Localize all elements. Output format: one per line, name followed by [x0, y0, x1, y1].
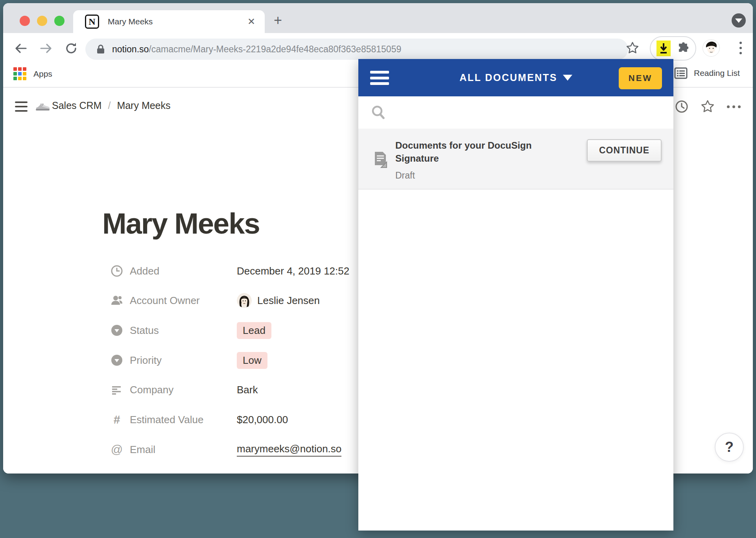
notion-favicon: N [85, 15, 99, 29]
maximize-window-button[interactable] [54, 16, 65, 26]
property-value: Bark [237, 384, 258, 396]
apps-label: Apps [33, 69, 52, 79]
search-input[interactable] [358, 96, 673, 129]
reload-icon[interactable] [65, 42, 78, 55]
property-label: Status [130, 324, 237, 337]
person-avatar [237, 293, 252, 308]
continue-button[interactable]: CONTINUE [587, 139, 662, 162]
property-row-added[interactable]: Added December 4, 2019 12:52 [110, 261, 349, 281]
document-status: Draft [395, 170, 564, 181]
tab-title: Mary Meeks [108, 17, 247, 26]
property-row-priority[interactable]: Priority Low [110, 350, 267, 370]
property-label: Email [130, 444, 237, 456]
select-icon [110, 354, 124, 367]
favorite-star-icon[interactable] [700, 99, 715, 114]
breadcrumb: Sales CRM / Mary Meeks [52, 100, 171, 111]
puzzle-extensions-icon[interactable] [677, 42, 690, 55]
reading-list-label: Reading List [694, 68, 740, 78]
back-icon[interactable] [14, 42, 28, 55]
url-text: notion.so/camacme/Mary-Meeks-2219a2de94f… [112, 44, 401, 55]
document-title: Documents for your DocuSign Signature [395, 139, 564, 165]
updates-clock-icon[interactable] [674, 99, 689, 114]
desktop: { "browser": { "tab_title": "Mary Meeks"… [0, 0, 756, 538]
document-list-item[interactable]: Documents for your DocuSign Signature Dr… [358, 129, 673, 190]
property-value: $20,000.00 [237, 414, 288, 426]
property-row-company[interactable]: Company Bark [110, 380, 258, 400]
extensions-pill [650, 36, 696, 61]
caret-down-icon [563, 75, 572, 81]
property-row-estimated-value[interactable]: # Estimated Value $20,000.00 [110, 410, 288, 429]
page-more-icon[interactable] [727, 105, 741, 108]
person-name: Leslie Jensen [257, 295, 320, 307]
sidebar-toggle-icon[interactable] [15, 101, 28, 112]
profile-avatar-image [703, 40, 719, 56]
tab-search-button[interactable] [732, 13, 746, 28]
new-tab-button[interactable]: + [274, 13, 282, 28]
url-path: /camacme/Mary-Meeks-2219a2de94fe48eca80f… [149, 44, 401, 54]
forward-icon[interactable] [39, 42, 53, 55]
help-button[interactable]: ? [715, 433, 744, 462]
bookmark-star-icon[interactable] [625, 41, 640, 55]
priority-tag: Low [237, 352, 267, 369]
profile-avatar[interactable] [703, 39, 720, 57]
tab-close-icon[interactable]: ✕ [247, 16, 255, 27]
property-row-account-owner[interactable]: Account Owner Leslie Jensen [110, 291, 320, 310]
property-row-email[interactable]: @ Email marymeeks@notion.so [110, 440, 341, 459]
reading-list-button[interactable]: Reading List [674, 67, 740, 79]
search-icon [371, 105, 386, 121]
docusign-popup: ALL DOCUMENTS NEW Documents for your Doc… [358, 59, 673, 531]
chevron-down-icon [735, 18, 742, 23]
page-title: Mary Meeks [102, 207, 260, 240]
at-email-icon: @ [110, 443, 124, 456]
browser-menu-icon[interactable] [739, 42, 742, 54]
docusign-header: ALL DOCUMENTS NEW [358, 59, 673, 96]
property-row-status[interactable]: Status Lead [110, 321, 271, 340]
property-label: Added [130, 265, 237, 277]
property-label: Account Owner [130, 295, 237, 307]
text-icon [110, 383, 124, 396]
clock-icon [110, 264, 124, 278]
property-label: Estimated Value [130, 414, 237, 426]
lock-icon [96, 44, 105, 54]
bookmark-apps[interactable]: Apps [13, 67, 52, 80]
person-icon [110, 294, 124, 307]
property-value: December 4, 2019 12:52 [237, 265, 349, 277]
breadcrumb-separator: / [101, 100, 117, 111]
sneaker-page-icon [35, 98, 50, 113]
property-label: Company [130, 384, 237, 396]
docusign-extension-icon[interactable] [656, 41, 671, 56]
property-value: Leslie Jensen [237, 293, 320, 308]
browser-tab[interactable]: N Mary Meeks ✕ [73, 10, 265, 33]
reading-list-icon [674, 67, 688, 79]
status-tag: Lead [237, 322, 271, 339]
minimize-window-button[interactable] [37, 16, 47, 26]
document-signature-icon [371, 150, 391, 171]
breadcrumb-current[interactable]: Mary Meeks [117, 100, 170, 111]
breadcrumb-root[interactable]: Sales CRM [52, 100, 101, 111]
document-info: Documents for your DocuSign Signature Dr… [395, 139, 564, 181]
new-document-button[interactable]: NEW [619, 67, 662, 89]
close-window-button[interactable] [20, 16, 30, 26]
hash-number-icon: # [110, 413, 124, 426]
documents-filter-label: ALL DOCUMENTS [459, 72, 557, 83]
property-label: Priority [130, 354, 237, 367]
tab-strip: N Mary Meeks ✕ + [3, 3, 753, 33]
url-domain: notion.so [112, 44, 149, 54]
apps-grid-icon [13, 67, 26, 80]
email-link[interactable]: marymeeks@notion.so [237, 443, 341, 457]
select-icon [110, 324, 124, 337]
url-bar[interactable]: notion.so/camacme/Mary-Meeks-2219a2de94f… [85, 39, 628, 60]
